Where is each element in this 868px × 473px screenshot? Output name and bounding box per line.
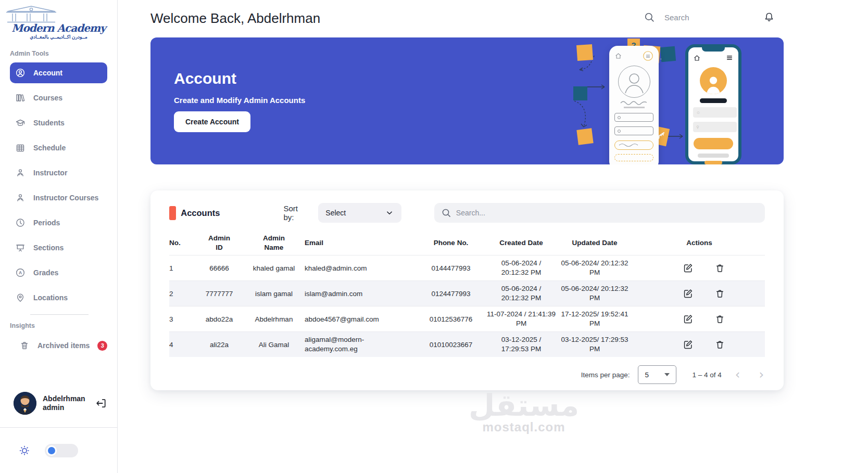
sidebar-item-label: Sections (33, 244, 64, 252)
user-role: admin (43, 403, 85, 413)
mock-input: ☺ (693, 107, 737, 118)
edit-button[interactable] (683, 263, 694, 274)
trash-icon (714, 314, 725, 325)
sidebar-item-grades[interactable]: A Grades (0, 260, 117, 285)
table-row: 2 7777777 islam gamal islam@admin.com 01… (169, 280, 765, 306)
sidebar-item-instructor-courses[interactable]: Instructor Courses (0, 185, 117, 210)
map-pin-icon (15, 292, 26, 303)
accounts-table: No. Admin ID Admin Name Email Phone No. … (169, 231, 765, 357)
mock-button (694, 138, 733, 149)
col-phone: Phone No. (415, 238, 487, 248)
account-hero-banner: Account Create and Modify Admin Accounts… (150, 37, 784, 164)
delete-button[interactable] (714, 339, 725, 350)
table-search-input[interactable] (456, 209, 748, 217)
global-search[interactable] (644, 11, 732, 23)
delete-button[interactable] (714, 288, 725, 299)
theme-toggle[interactable] (45, 444, 78, 457)
sidebar-item-locations[interactable]: Locations (0, 285, 117, 310)
sticky-note-orange (576, 128, 593, 145)
sidebar-item-archived-items[interactable]: Archived items 3 (0, 334, 117, 357)
cell-updated: 05-06-2024/ 20:12:32 PM (556, 284, 634, 303)
menu-icon (643, 50, 653, 61)
sticky-note-teal (660, 46, 676, 62)
home-icon (693, 54, 701, 62)
next-page-button[interactable]: › (753, 368, 769, 381)
cell-admin-name: islam gamal (243, 290, 305, 298)
watermark-domain: mostaql.com (355, 420, 693, 434)
triangle-down-icon (664, 373, 670, 376)
search-icon (644, 11, 655, 23)
cell-created: 11-07-2024 / 21:41:39 PM (487, 310, 556, 328)
sidebar-item-schedule[interactable]: Schedule (0, 135, 117, 160)
cell-no: 4 (169, 341, 195, 349)
grade-a-icon: A (15, 267, 26, 278)
cell-phone: 01010023667 (415, 341, 487, 349)
logo-name: Modern Academy (0, 23, 117, 33)
table-search[interactable] (434, 203, 765, 223)
table-row: 4 ali22a Ali Gamal aligamal@modern-acade… (169, 331, 765, 357)
sidebar-item-label: Grades (33, 269, 58, 277)
sidebar-item-sections[interactable]: Sections (0, 235, 117, 260)
sidebar-item-label: Instructor (33, 169, 67, 177)
items-per-page-select[interactable]: 5 (638, 365, 676, 384)
col-actions: Actions (634, 238, 765, 248)
user-profile[interactable]: Abdelrhman admin (0, 387, 117, 420)
board-icon (15, 242, 26, 253)
cell-admin-id: abdo22a (195, 315, 243, 323)
global-search-input[interactable] (664, 13, 732, 22)
edit-icon (683, 288, 694, 299)
watermark-arabic: مستقل (355, 388, 693, 423)
delete-button[interactable] (714, 314, 725, 325)
edit-button[interactable] (683, 288, 694, 299)
phone-notch (702, 47, 725, 52)
edit-icon (683, 339, 694, 350)
cell-updated: 17-12-2025/ 19:52:41 PM (556, 310, 634, 328)
sort-select[interactable]: Select (318, 203, 401, 223)
edit-button[interactable] (683, 339, 694, 350)
instructor-courses-icon (15, 193, 26, 203)
cell-phone: 01012536776 (415, 315, 487, 323)
books-icon (15, 93, 26, 103)
user-name: Abdelrhman (43, 394, 85, 404)
cell-actions (634, 339, 765, 350)
cell-updated: 05-06-2024/ 20:12:32 PM (556, 259, 634, 277)
cell-actions (634, 314, 765, 325)
clock-icon (15, 218, 26, 228)
hero-title: Account (174, 70, 236, 87)
sidebar-item-instructor[interactable]: Instructor (0, 160, 117, 185)
pagination-range: 1 – 4 of 4 (692, 371, 721, 379)
cell-created: 03-12-2025 / 17:29:53 PM (487, 335, 556, 354)
sidebar-item-label: Courses (33, 94, 62, 102)
prev-page-button[interactable]: ‹ (730, 368, 746, 381)
sidebar-item-students[interactable]: Students (0, 110, 117, 135)
main-content: Welcome Back, Abdelrhman Account Create … (118, 0, 868, 473)
sidebar-item-account[interactable]: Account (10, 62, 107, 83)
cell-no: 2 (169, 290, 195, 298)
cell-email: khaled@admin.com (305, 264, 415, 272)
logout-button[interactable] (95, 398, 107, 409)
sidebar: Modern Academy مــودرن اكــاديمــي بالمع… (0, 0, 118, 473)
archived-items-badge: 3 (97, 341, 107, 351)
hero-illustration: ? (559, 37, 784, 164)
cell-actions (634, 263, 765, 274)
edit-icon (683, 263, 694, 274)
svg-text:A: A (19, 270, 22, 275)
squiggle (620, 100, 649, 105)
notifications-button[interactable] (763, 11, 775, 23)
page-title: Welcome Back, Abdelrhman (150, 10, 320, 27)
delete-button[interactable] (714, 263, 725, 274)
sketch-field (614, 113, 653, 122)
sketch-button-dashed (614, 154, 653, 161)
cell-actions (634, 288, 765, 299)
create-account-button[interactable]: Create Account (174, 111, 250, 132)
cell-admin-id: 7777777 (195, 290, 243, 298)
sidebar-item-courses[interactable]: Courses (0, 85, 117, 110)
sticky-note-teal (573, 86, 587, 100)
sidebar-item-periods[interactable]: Periods (0, 210, 117, 235)
home-icon (614, 52, 622, 60)
user-circle-icon (15, 68, 26, 78)
col-admin-id: Admin ID (195, 234, 243, 252)
trash-icon (714, 339, 725, 350)
items-per-page-value: 5 (645, 371, 649, 379)
edit-button[interactable] (683, 314, 694, 325)
